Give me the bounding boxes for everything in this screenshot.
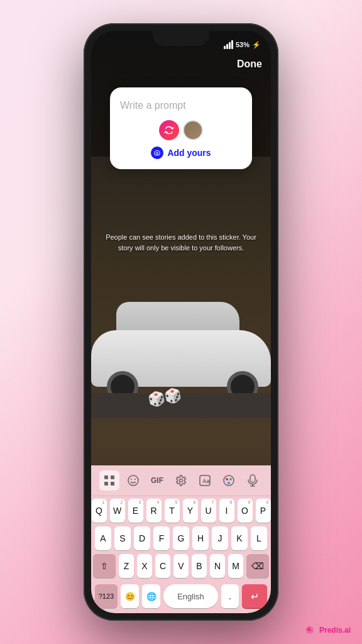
phone-screen: 53% ⚡ Done	[91, 31, 271, 613]
done-button[interactable]: Done	[237, 58, 262, 70]
key-I[interactable]: 8I	[219, 499, 234, 523]
key-W[interactable]: 2W	[110, 499, 125, 523]
key-A[interactable]: A	[95, 526, 111, 550]
svg-point-11	[226, 478, 228, 480]
key-B[interactable]: B	[192, 554, 207, 578]
keyboard-toolbar-theme[interactable]	[219, 470, 239, 491]
keyboard-toolbar-translate[interactable]: Aa	[195, 470, 215, 491]
key-shift[interactable]: ⇧	[93, 554, 116, 578]
sticker-info-text: People can see stories added to this sti…	[104, 232, 258, 253]
svg-point-0	[156, 152, 158, 154]
key-rows: 1Q 2W 3E 4R 5T 6Y 7U 8I 9O 0P A S D F	[91, 496, 271, 584]
svg-point-7	[134, 479, 136, 480]
svg-point-12	[229, 478, 232, 480]
key-K[interactable]: K	[231, 526, 248, 550]
key-T[interactable]: 5T	[165, 499, 180, 523]
status-right: 53% ⚡	[224, 40, 261, 49]
key-O[interactable]: 9O	[238, 499, 253, 523]
key-V[interactable]: V	[173, 554, 189, 578]
key-L[interactable]: L	[251, 526, 267, 550]
key-G[interactable]: G	[173, 526, 189, 550]
key-C[interactable]: C	[155, 554, 170, 578]
svg-rect-1	[104, 475, 108, 479]
keyboard-toolbar-gif[interactable]: GIF	[147, 470, 167, 491]
car-image	[91, 274, 271, 412]
key-row-1: 1Q 2W 3E 4R 5T 6Y 7U 8I 9O 0P	[95, 499, 267, 523]
key-E[interactable]: 3E	[128, 499, 143, 523]
battery-icon: ⚡	[252, 41, 261, 49]
svg-rect-14	[250, 475, 255, 482]
battery-percent: 53%	[236, 41, 250, 48]
avatar-photo	[183, 120, 203, 140]
svg-text:Aa: Aa	[202, 478, 210, 484]
key-J[interactable]: J	[212, 526, 228, 550]
key-numeric[interactable]: ?123	[95, 584, 118, 608]
key-R[interactable]: 4R	[146, 499, 162, 523]
key-D[interactable]: D	[134, 526, 150, 550]
svg-point-17	[309, 629, 311, 631]
sticker-card: Add yours	[110, 87, 252, 169]
key-Z[interactable]: Z	[119, 554, 134, 578]
key-X[interactable]: X	[137, 554, 152, 578]
notch	[153, 31, 209, 46]
keyboard-toolbar-settings[interactable]	[171, 470, 191, 491]
svg-rect-4	[111, 482, 114, 486]
key-Y[interactable]: 6Y	[183, 499, 198, 523]
key-Q[interactable]: 1Q	[92, 499, 107, 523]
key-S[interactable]: S	[114, 526, 131, 550]
add-yours-button[interactable]: Add yours	[120, 147, 242, 159]
key-space[interactable]: English	[163, 584, 218, 608]
key-backspace[interactable]: ⌫	[246, 554, 269, 578]
add-yours-label: Add yours	[167, 148, 211, 158]
keyboard-toolbar-grid[interactable]	[99, 470, 119, 491]
svg-point-6	[131, 479, 132, 480]
keyboard-toolbar-voice[interactable]	[243, 470, 263, 491]
phone-frame: 53% ⚡ Done	[84, 23, 278, 621]
svg-point-13	[228, 482, 230, 484]
space-label: English	[177, 592, 204, 601]
avatar-pink	[159, 120, 179, 140]
keyboard-toolbar: GIF Aa	[91, 465, 271, 496]
key-H[interactable]: H	[192, 526, 209, 550]
keyboard-bottom-row: ?123 😊 🌐 English . ↵	[91, 584, 271, 613]
key-M[interactable]: M	[228, 554, 243, 578]
key-F[interactable]: F	[153, 526, 170, 550]
key-P[interactable]: 0P	[256, 499, 271, 523]
camera-icon	[151, 147, 163, 159]
key-emoji[interactable]: 😊	[121, 584, 139, 608]
prompt-input[interactable]	[120, 97, 242, 114]
watermark: Predis.ai	[303, 625, 351, 635]
signal-icon	[224, 40, 233, 49]
key-row-2: A S D F G H J K L	[95, 526, 267, 550]
svg-rect-2	[111, 475, 114, 479]
predis-logo-icon	[303, 625, 317, 635]
keyboard-toolbar-emoji[interactable]	[123, 470, 143, 491]
svg-rect-3	[104, 482, 108, 486]
keyboard: GIF Aa	[91, 465, 271, 613]
avatars-row	[120, 120, 242, 140]
return-icon: ↵	[251, 591, 259, 602]
key-row-3: ⇧ Z X C V B N M ⌫	[95, 554, 267, 578]
key-N[interactable]: N	[210, 554, 225, 578]
svg-point-5	[128, 475, 138, 486]
key-return[interactable]: ↵	[242, 584, 267, 608]
watermark-label: Predis.ai	[319, 626, 351, 635]
key-period[interactable]: .	[221, 584, 239, 608]
key-globe[interactable]: 🌐	[142, 584, 160, 608]
key-U[interactable]: 7U	[201, 499, 216, 523]
